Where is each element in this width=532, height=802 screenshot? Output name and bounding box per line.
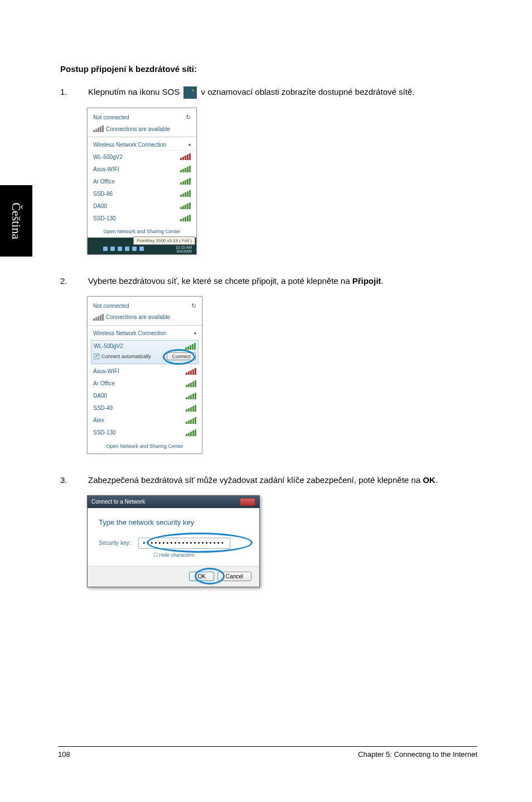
screenshot-1: Not connected ↻ Connections are availabl…: [87, 108, 477, 255]
step-text: Vyberte bezdrátovou síť, ke které se chc…: [88, 275, 477, 287]
signal-icon: [186, 380, 196, 387]
dialog-heading: Type the network security key: [99, 518, 248, 526]
section-heading: Postup připojení k bezdrátové síti:: [60, 64, 477, 74]
network-item[interactable]: Ar Office: [88, 378, 202, 390]
step-text: Zabezpečená bezdrátová síť může vyžadova…: [88, 474, 477, 486]
network-item[interactable]: Asus-WIFI: [88, 163, 196, 175]
network-item[interactable]: SSD-86: [88, 187, 196, 200]
cancel-button[interactable]: Cancel: [217, 572, 252, 581]
step-number: 3.: [60, 474, 88, 486]
signal-icon: [186, 417, 196, 424]
screenshot-2: Not connected ↻ Connections are availabl…: [87, 296, 477, 454]
signal-icon: [186, 393, 196, 399]
language-tab: Čeština: [0, 185, 32, 257]
wireless-section-header: Wireless Network Connection: [93, 330, 166, 336]
network-item[interactable]: WL-500gV2: [88, 151, 196, 163]
signal-icon: [93, 314, 104, 321]
signal-icon: [186, 429, 196, 436]
security-key-label: Security key:: [99, 540, 130, 546]
refresh-icon[interactable]: ↻: [191, 302, 196, 310]
hide-chars-checkbox[interactable]: Hide characters: [153, 552, 195, 558]
signal-icon: [93, 125, 104, 132]
signal-icon: [180, 153, 191, 160]
signal-icon: [180, 178, 191, 185]
wireless-section-header: Wireless Network Connection: [93, 142, 166, 148]
network-item[interactable]: SSD-49: [88, 402, 202, 414]
network-item[interactable]: DA00: [88, 200, 196, 212]
sos-tray-icon: [183, 86, 197, 99]
connect-button[interactable]: Connect: [167, 352, 196, 360]
taskbar: PointKey 2000 v5.19 ( Full ) 10:15 AM9/4…: [88, 238, 196, 254]
page-number: 108: [58, 750, 70, 758]
ok-button[interactable]: OK: [189, 572, 214, 581]
tooltip: PointKey 2000 v5.19 ( Full ): [133, 236, 195, 245]
signal-icon: [180, 190, 191, 197]
step-number: 1.: [60, 86, 88, 99]
network-item[interactable]: DA00: [88, 390, 202, 402]
step-number: 2.: [60, 275, 88, 287]
close-button[interactable]: [240, 498, 255, 506]
dialog-title: Connect to a Network: [91, 499, 145, 505]
expand-icon[interactable]: ▴: [194, 330, 196, 336]
security-key-input[interactable]: [138, 538, 230, 549]
signal-icon: [180, 215, 191, 221]
status-text: Not connected: [93, 114, 129, 120]
signal-icon: [180, 166, 191, 172]
status-text: Not connected: [93, 303, 129, 309]
signal-icon: [185, 343, 196, 350]
step-text: Klepnutím na ikonu SOS v oznamovací obla…: [88, 86, 477, 99]
network-item[interactable]: SSD-130: [88, 427, 202, 439]
signal-icon: [180, 202, 191, 209]
refresh-icon[interactable]: ↻: [186, 114, 191, 121]
network-item[interactable]: Alex: [88, 414, 202, 427]
network-item[interactable]: SSD-130: [88, 212, 196, 224]
network-item[interactable]: Asus-WIFI: [88, 365, 202, 378]
open-sharing-center-link[interactable]: Open Network and Sharing Center: [88, 439, 202, 453]
signal-icon: [186, 368, 196, 375]
selected-network[interactable]: WL-500gV2 ✔ Connect automatically Connec…: [91, 340, 199, 364]
signal-icon: [186, 405, 196, 412]
screenshot-3: Connect to a Network Type the network se…: [87, 495, 477, 587]
chapter-title: Chapter 5: Connecting to the Internet: [358, 750, 477, 758]
connect-auto-checkbox[interactable]: ✔: [94, 354, 99, 359]
network-item[interactable]: Ar Office: [88, 175, 196, 187]
connect-auto-label: Connect automatically: [101, 354, 151, 359]
expand-icon[interactable]: ▴: [188, 142, 191, 148]
